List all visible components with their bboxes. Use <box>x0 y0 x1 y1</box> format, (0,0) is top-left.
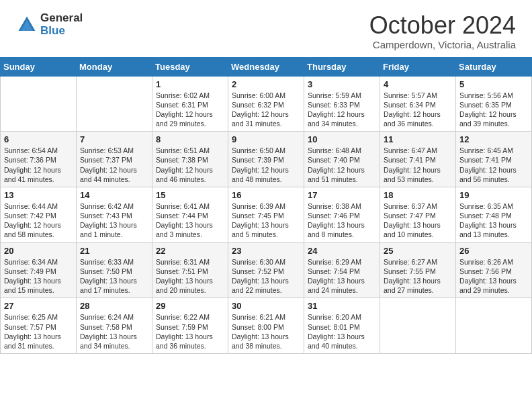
day-number: 27 <box>4 301 73 311</box>
calendar-cell: 12Sunrise: 6:45 AM Sunset: 7:41 PM Dayli… <box>456 132 532 187</box>
calendar-cell: 30Sunrise: 6:21 AM Sunset: 8:00 PM Dayli… <box>228 298 304 354</box>
day-number: 30 <box>232 301 300 311</box>
day-info: Sunrise: 6:37 AM Sunset: 7:47 PM Dayligh… <box>384 201 452 240</box>
calendar-cell: 6Sunrise: 6:54 AM Sunset: 7:36 PM Daylig… <box>1 132 77 187</box>
day-number: 7 <box>80 134 148 144</box>
day-info: Sunrise: 6:22 AM Sunset: 7:59 PM Dayligh… <box>156 312 224 351</box>
day-number: 28 <box>80 301 148 311</box>
calendar-cell: 29Sunrise: 6:22 AM Sunset: 7:59 PM Dayli… <box>152 298 228 354</box>
calendar-cell <box>77 76 152 132</box>
day-number: 20 <box>4 246 73 256</box>
day-info: Sunrise: 6:30 AM Sunset: 7:52 PM Dayligh… <box>232 257 300 295</box>
day-info: Sunrise: 6:24 AM Sunset: 7:58 PM Dayligh… <box>80 312 148 351</box>
calendar-cell <box>456 298 532 354</box>
calendar-cell: 2Sunrise: 6:00 AM Sunset: 6:32 PM Daylig… <box>228 76 304 132</box>
calendar-cell: 24Sunrise: 6:29 AM Sunset: 7:54 PM Dayli… <box>304 242 380 298</box>
day-info: Sunrise: 5:57 AM Sunset: 6:34 PM Dayligh… <box>384 91 452 129</box>
day-info: Sunrise: 6:31 AM Sunset: 7:51 PM Dayligh… <box>156 257 224 295</box>
calendar-cell: 15Sunrise: 6:41 AM Sunset: 7:44 PM Dayli… <box>152 187 228 242</box>
day-number: 13 <box>4 190 73 200</box>
calendar-cell: 21Sunrise: 6:33 AM Sunset: 7:50 PM Dayli… <box>77 242 152 298</box>
day-info: Sunrise: 6:00 AM Sunset: 6:32 PM Dayligh… <box>232 91 300 129</box>
day-number: 5 <box>459 79 528 89</box>
calendar-cell: 10Sunrise: 6:48 AM Sunset: 7:40 PM Dayli… <box>304 132 380 187</box>
day-number: 17 <box>308 190 376 200</box>
day-number: 8 <box>156 134 224 144</box>
weekday-header-thursday: Thursday <box>304 57 380 76</box>
calendar-cell: 27Sunrise: 6:25 AM Sunset: 7:57 PM Dayli… <box>1 298 77 354</box>
day-number: 29 <box>156 301 224 311</box>
weekday-header-row: SundayMondayTuesdayWednesdayThursdayFrid… <box>1 57 532 76</box>
calendar-cell: 18Sunrise: 6:37 AM Sunset: 7:47 PM Dayli… <box>380 187 456 242</box>
calendar-cell: 13Sunrise: 6:44 AM Sunset: 7:42 PM Dayli… <box>1 187 77 242</box>
calendar-cell: 1Sunrise: 6:02 AM Sunset: 6:31 PM Daylig… <box>152 76 228 132</box>
day-info: Sunrise: 6:53 AM Sunset: 7:37 PM Dayligh… <box>80 146 148 184</box>
calendar-cell: 28Sunrise: 6:24 AM Sunset: 7:58 PM Dayli… <box>77 298 152 354</box>
day-number: 23 <box>232 246 300 256</box>
day-info: Sunrise: 6:47 AM Sunset: 7:41 PM Dayligh… <box>384 146 452 184</box>
day-number: 15 <box>156 190 224 200</box>
day-info: Sunrise: 5:59 AM Sunset: 6:33 PM Dayligh… <box>308 91 376 129</box>
calendar-cell: 25Sunrise: 6:27 AM Sunset: 7:55 PM Dayli… <box>380 242 456 298</box>
day-number: 24 <box>308 246 376 256</box>
day-info: Sunrise: 6:42 AM Sunset: 7:43 PM Dayligh… <box>80 201 148 240</box>
logo-text: General Blue <box>40 12 83 37</box>
day-number: 31 <box>308 301 376 311</box>
logo-general: General <box>40 12 83 25</box>
title-block: October 2024 Camperdown, Victoria, Austr… <box>369 12 516 50</box>
calendar-cell: 31Sunrise: 6:20 AM Sunset: 8:01 PM Dayli… <box>304 298 380 354</box>
day-info: Sunrise: 6:39 AM Sunset: 7:45 PM Dayligh… <box>232 201 300 240</box>
day-number: 6 <box>4 134 73 144</box>
calendar-cell: 14Sunrise: 6:42 AM Sunset: 7:43 PM Dayli… <box>77 187 152 242</box>
calendar-cell: 23Sunrise: 6:30 AM Sunset: 7:52 PM Dayli… <box>228 242 304 298</box>
calendar-cell <box>380 298 456 354</box>
calendar-cell: 20Sunrise: 6:34 AM Sunset: 7:49 PM Dayli… <box>1 242 77 298</box>
day-info: Sunrise: 6:02 AM Sunset: 6:31 PM Dayligh… <box>156 91 224 129</box>
weekday-header-sunday: Sunday <box>1 57 77 76</box>
calendar-cell: 19Sunrise: 6:35 AM Sunset: 7:48 PM Dayli… <box>456 187 532 242</box>
week-row-1: 1Sunrise: 6:02 AM Sunset: 6:31 PM Daylig… <box>1 76 532 132</box>
calendar-cell: 17Sunrise: 6:38 AM Sunset: 7:46 PM Dayli… <box>304 187 380 242</box>
day-info: Sunrise: 6:21 AM Sunset: 8:00 PM Dayligh… <box>232 312 300 351</box>
weekday-header-friday: Friday <box>380 57 456 76</box>
day-number: 26 <box>459 246 528 256</box>
day-info: Sunrise: 6:51 AM Sunset: 7:38 PM Dayligh… <box>156 146 224 184</box>
day-info: Sunrise: 6:29 AM Sunset: 7:54 PM Dayligh… <box>308 257 376 295</box>
logo: General Blue <box>16 12 83 37</box>
day-info: Sunrise: 6:44 AM Sunset: 7:42 PM Dayligh… <box>4 201 73 240</box>
calendar-cell: 26Sunrise: 6:26 AM Sunset: 7:56 PM Dayli… <box>456 242 532 298</box>
weekday-header-monday: Monday <box>77 57 152 76</box>
day-info: Sunrise: 6:33 AM Sunset: 7:50 PM Dayligh… <box>80 257 148 295</box>
day-info: Sunrise: 5:56 AM Sunset: 6:35 PM Dayligh… <box>459 91 528 129</box>
month-title: October 2024 <box>369 12 516 39</box>
day-info: Sunrise: 6:54 AM Sunset: 7:36 PM Dayligh… <box>4 146 73 184</box>
day-number: 19 <box>459 190 528 200</box>
week-row-2: 6Sunrise: 6:54 AM Sunset: 7:36 PM Daylig… <box>1 132 532 187</box>
day-info: Sunrise: 6:34 AM Sunset: 7:49 PM Dayligh… <box>4 257 73 295</box>
calendar-cell: 5Sunrise: 5:56 AM Sunset: 6:35 PM Daylig… <box>456 76 532 132</box>
day-number: 1 <box>156 79 224 89</box>
day-number: 16 <box>232 190 300 200</box>
logo-icon <box>16 14 38 36</box>
day-info: Sunrise: 6:38 AM Sunset: 7:46 PM Dayligh… <box>308 201 376 240</box>
page-header: General Blue October 2024 Camperdown, Vi… <box>0 0 532 57</box>
calendar-cell <box>1 76 77 132</box>
day-number: 25 <box>384 246 452 256</box>
day-number: 11 <box>384 134 452 144</box>
week-row-5: 27Sunrise: 6:25 AM Sunset: 7:57 PM Dayli… <box>1 298 532 354</box>
day-info: Sunrise: 6:50 AM Sunset: 7:39 PM Dayligh… <box>232 146 300 184</box>
day-number: 2 <box>232 79 300 89</box>
weekday-header-wednesday: Wednesday <box>228 57 304 76</box>
day-info: Sunrise: 6:26 AM Sunset: 7:56 PM Dayligh… <box>459 257 528 295</box>
day-number: 9 <box>232 134 300 144</box>
day-number: 14 <box>80 190 148 200</box>
day-info: Sunrise: 6:20 AM Sunset: 8:01 PM Dayligh… <box>308 312 376 351</box>
week-row-3: 13Sunrise: 6:44 AM Sunset: 7:42 PM Dayli… <box>1 187 532 242</box>
calendar-cell: 4Sunrise: 5:57 AM Sunset: 6:34 PM Daylig… <box>380 76 456 132</box>
calendar-cell: 16Sunrise: 6:39 AM Sunset: 7:45 PM Dayli… <box>228 187 304 242</box>
logo-blue: Blue <box>40 25 83 38</box>
calendar-cell: 9Sunrise: 6:50 AM Sunset: 7:39 PM Daylig… <box>228 132 304 187</box>
day-number: 4 <box>384 79 452 89</box>
day-info: Sunrise: 6:35 AM Sunset: 7:48 PM Dayligh… <box>459 201 528 240</box>
weekday-header-saturday: Saturday <box>456 57 532 76</box>
